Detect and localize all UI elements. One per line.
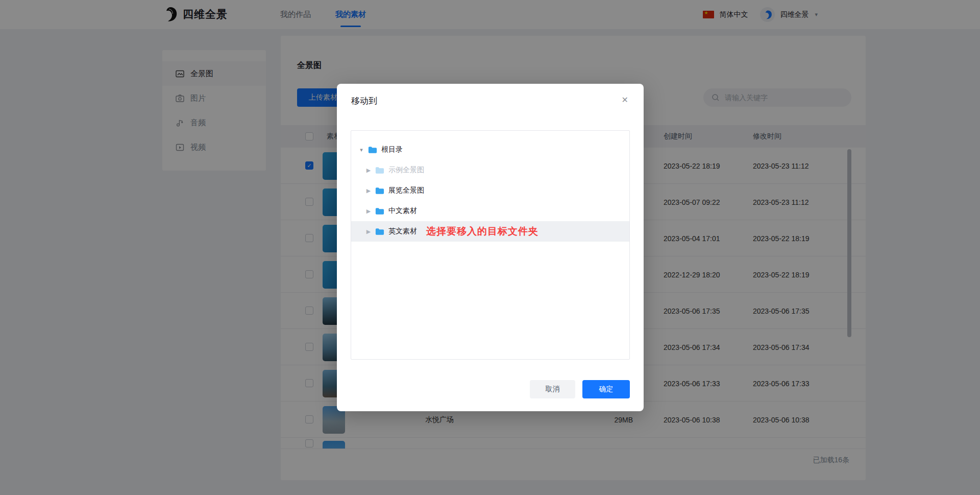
cancel-button[interactable]: 取消 [530, 380, 575, 398]
caret-right-icon[interactable]: ▶ [365, 208, 372, 215]
caret-down-icon[interactable]: ▾ [358, 147, 365, 153]
tree-item-exhibition-panoramas[interactable]: ▶ 展览全景图 [351, 180, 629, 201]
caret-right-icon[interactable]: ▶ [365, 167, 372, 174]
dialog-title: 移动到 [351, 95, 377, 107]
folder-icon [368, 146, 377, 154]
tree-item-root[interactable]: ▾ 根目录 [351, 139, 629, 160]
confirm-button[interactable]: 确定 [582, 380, 630, 398]
tree-item-label: 中文素材 [388, 206, 417, 216]
tree-item-label: 根目录 [381, 145, 403, 154]
tree-item-label: 示例全景图 [388, 166, 424, 175]
caret-right-icon[interactable]: ▶ [365, 187, 372, 194]
folder-icon [375, 207, 384, 215]
tree-item-sample-panoramas[interactable]: ▶ 示例全景图 [351, 160, 629, 180]
move-to-dialog: 移动到 ✕ ▾ 根目录 ▶ 示例全景图 ▶ [337, 84, 644, 411]
folder-icon [375, 167, 384, 174]
tree-item-label: 展览全景图 [388, 186, 424, 195]
tree-item-english-materials[interactable]: ▶ 英文素材 选择要移入的目标文件夹 [351, 221, 629, 242]
folder-tree: ▾ 根目录 ▶ 示例全景图 ▶ 展览全景图 ▶ [351, 130, 630, 360]
caret-right-icon[interactable]: ▶ [365, 228, 372, 235]
tree-item-chinese-materials[interactable]: ▶ 中文素材 [351, 201, 629, 221]
folder-icon [375, 187, 384, 195]
annotation-text: 选择要移入的目标文件夹 [426, 225, 538, 238]
tree-item-label: 英文素材 [388, 227, 417, 236]
close-icon[interactable]: ✕ [622, 95, 628, 105]
folder-icon [375, 228, 384, 235]
